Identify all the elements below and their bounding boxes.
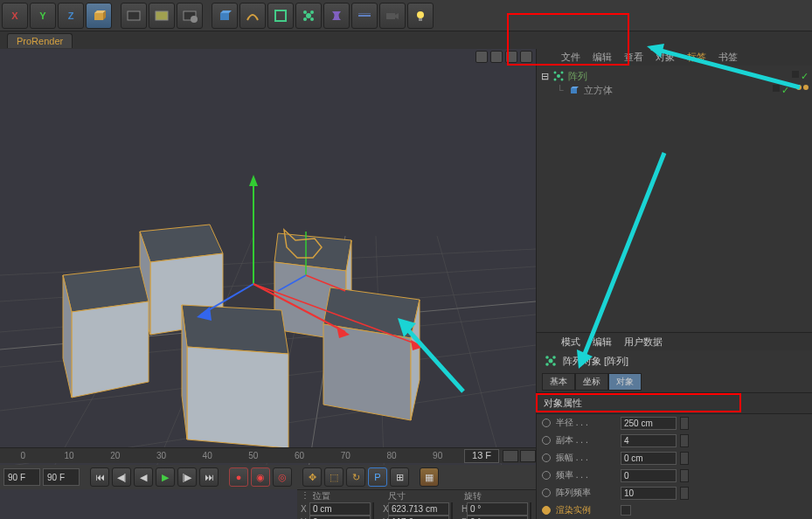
svg-point-11: [303, 10, 307, 14]
hierarchy-row-array[interactable]: ⊟ 阵列 ✓: [540, 69, 809, 83]
hierarchy-row-cube[interactable]: └ 立方体 ✓: [540, 83, 809, 97]
renderinst-checkbox[interactable]: [621, 505, 631, 516]
svg-marker-50: [249, 175, 258, 186]
deformer-button[interactable]: [323, 3, 350, 29]
coordinate-manager: ⋮⋮ 位置尺寸旋转 X X H Y Y P: [297, 489, 536, 519]
play-fwd-button[interactable]: ▶: [156, 467, 175, 487]
timeline-ruler[interactable]: 010 2030 4050 6070 8090 13 F: [0, 447, 536, 463]
nav-orbit-icon[interactable]: [505, 51, 517, 63]
copies-field[interactable]: [621, 434, 677, 447]
svg-point-12: [310, 10, 314, 14]
svg-point-64: [554, 79, 557, 81]
autokey-button[interactable]: ◉: [251, 467, 270, 487]
light-button[interactable]: [407, 3, 434, 29]
attr-menu: 模式 编辑 用户数据: [537, 333, 812, 350]
tab-coord[interactable]: 坐标: [575, 373, 608, 391]
cube-front: [182, 305, 288, 448]
attr-row-arrayfreq: 阵列频率: [537, 484, 812, 502]
svg-marker-41: [72, 301, 149, 398]
goto-end-button[interactable]: ⏭: [199, 467, 219, 487]
timeline-btn1[interactable]: [503, 450, 518, 462]
menu-edit[interactable]: 编辑: [593, 51, 612, 64]
move-key-button[interactable]: ✥: [302, 467, 322, 487]
svg-rect-17: [386, 13, 395, 19]
svg-point-13: [303, 17, 307, 21]
svg-point-70: [552, 356, 556, 359]
spline-tool-button[interactable]: [239, 3, 266, 29]
param-key-button[interactable]: P: [368, 467, 387, 487]
attr-row-renderinst: 渲染实例: [537, 502, 812, 519]
current-frame: 13 F: [464, 449, 499, 463]
radius-field[interactable]: [621, 417, 677, 430]
axis-x-button[interactable]: X: [2, 3, 28, 29]
pos-x-field[interactable]: [309, 502, 371, 516]
svg-rect-9: [275, 10, 286, 21]
cube-icon: [568, 84, 580, 96]
attr-menu-user[interactable]: 用户数据: [624, 336, 663, 349]
render-button[interactable]: [121, 3, 147, 29]
svg-point-65: [561, 79, 564, 81]
array-button[interactable]: [295, 3, 322, 29]
object-hierarchy[interactable]: ⊟ 阵列 ✓ └ 立方体 ✓: [537, 66, 812, 332]
nav-max-icon[interactable]: [520, 51, 532, 63]
nav-zoom-icon[interactable]: [490, 51, 503, 63]
generator-button[interactable]: [267, 3, 294, 29]
timeline-window-button[interactable]: ▦: [420, 467, 439, 487]
svg-point-72: [552, 363, 556, 366]
svg-point-19: [417, 11, 424, 18]
rotate-key-button[interactable]: ↻: [346, 467, 365, 487]
svg-point-10: [306, 13, 311, 18]
menu-file[interactable]: 文件: [561, 51, 580, 64]
prev-key-button[interactable]: ◀|: [112, 467, 131, 487]
camera-button[interactable]: [379, 3, 406, 29]
primitive-cube-button[interactable]: [212, 3, 238, 29]
rot-p-field[interactable]: [467, 516, 528, 519]
next-key-button[interactable]: |▶: [177, 467, 197, 487]
tab-basic[interactable]: 基本: [542, 373, 575, 391]
frame-end-field[interactable]: [43, 468, 80, 486]
goto-start-button[interactable]: ⏮: [90, 467, 109, 487]
svg-point-71: [545, 363, 549, 366]
menu-bookmarks[interactable]: 书签: [718, 51, 738, 64]
object-manager-menu: 文件 编辑 查看 对象 标签 书签: [537, 49, 812, 66]
tab-object[interactable]: 对象: [608, 373, 642, 391]
svg-point-6: [191, 16, 198, 23]
tab-prorender[interactable]: ProRender: [7, 33, 73, 48]
axis-y-button[interactable]: Y: [30, 3, 56, 29]
record-button[interactable]: ●: [229, 467, 248, 487]
pla-key-button[interactable]: ⊞: [390, 467, 409, 487]
menu-view[interactable]: 查看: [624, 51, 643, 64]
attr-section-header: 对象属性: [537, 392, 812, 414]
svg-rect-16: [358, 13, 371, 14]
render-region-button[interactable]: [149, 3, 175, 29]
viewport-3d[interactable]: 网格间距 : 100 cm 010 2030 4050 6070 8090 13…: [0, 49, 536, 519]
attr-menu-mode[interactable]: 模式: [561, 336, 580, 349]
axis-z-button[interactable]: Z: [58, 3, 84, 29]
svg-marker-8: [220, 10, 232, 13]
svg-rect-15: [358, 15, 371, 17]
menu-object[interactable]: 对象: [656, 51, 675, 64]
svg-rect-7: [220, 13, 229, 20]
svg-rect-66: [571, 88, 577, 93]
frame-start-field[interactable]: [3, 468, 40, 486]
timeline-btn2[interactable]: [520, 450, 536, 462]
cube-tool-button[interactable]: [86, 3, 112, 29]
attr-menu-edit[interactable]: 编辑: [593, 336, 612, 349]
viewport-tabbar: ProRender: [0, 31, 812, 49]
amplitude-field[interactable]: [621, 452, 677, 465]
arrayfreq-field[interactable]: [621, 487, 677, 500]
play-back-button[interactable]: ◀: [134, 467, 153, 487]
frequency-field[interactable]: [621, 469, 677, 482]
rot-h-field[interactable]: [467, 502, 528, 516]
menu-tags[interactable]: 标签: [687, 51, 706, 64]
render-settings-button[interactable]: [177, 3, 203, 29]
scale-key-button[interactable]: ⬚: [324, 467, 344, 487]
pos-y-field[interactable]: [309, 516, 371, 519]
attr-row-copies: 副本 . . .: [537, 432, 812, 449]
keyframe-sel-button[interactable]: ◎: [273, 467, 292, 487]
svg-rect-0: [94, 13, 103, 20]
environment-button[interactable]: [351, 3, 378, 29]
size-y-field[interactable]: [388, 516, 449, 519]
nav-pan-icon[interactable]: [475, 51, 488, 63]
size-x-field[interactable]: [388, 502, 449, 516]
